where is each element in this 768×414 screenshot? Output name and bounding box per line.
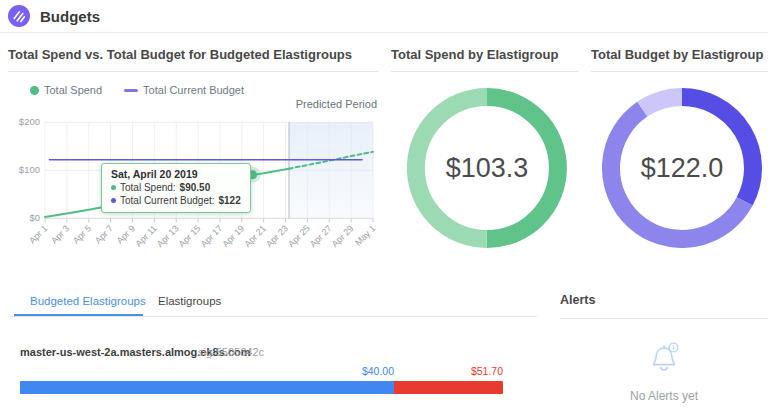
overspend-bar-segment <box>394 381 503 394</box>
svg-text:Apr 11: Apr 11 <box>133 223 158 248</box>
svg-text:Apr 15: Apr 15 <box>177 223 203 249</box>
svg-text:Apr 23: Apr 23 <box>264 223 290 249</box>
spend-amount-label: $51.70 <box>20 365 503 377</box>
budget-donut-title: Total Budget by Elastigroup <box>591 47 763 62</box>
svg-text:Apr 13: Apr 13 <box>155 223 181 249</box>
svg-text:Apr 21: Apr 21 <box>242 223 268 249</box>
divider <box>391 71 578 72</box>
app-header: Budgets <box>0 0 768 33</box>
tooltip-value: $122 <box>219 194 241 207</box>
tooltip-row-total-spend: Total Spend: $90.50 <box>111 181 241 194</box>
divider <box>10 316 537 317</box>
svg-text:$0: $0 <box>29 212 40 223</box>
no-alerts-text: No Alerts yet <box>560 389 768 403</box>
line-chart-title: Total Spend vs. Total Budget for Budgete… <box>8 47 352 62</box>
bell-icon <box>648 336 682 380</box>
spotinst-logo-icon <box>8 5 30 27</box>
chart-tooltip: Sat, April 20 2019 Total Spend: $90.50 T… <box>101 163 251 213</box>
divider <box>560 318 768 319</box>
budget-bar-segment <box>20 381 394 394</box>
tooltip-value: $90.50 <box>180 181 211 194</box>
budget-vs-spend-bar <box>20 381 503 394</box>
svg-text:May 1: May 1 <box>353 223 377 247</box>
svg-text:Apr 7: Apr 7 <box>93 223 115 245</box>
svg-text:Apr 29: Apr 29 <box>330 223 356 249</box>
total-budget-value: $122.0 <box>602 153 762 184</box>
svg-text:Apr 5: Apr 5 <box>71 223 93 245</box>
tooltip-label: Total Spend: <box>120 181 176 194</box>
svg-text:Apr 3: Apr 3 <box>49 223 71 245</box>
budgets-dashboard: Budgets Total Spend vs. Total Budget for… <box>0 0 768 414</box>
spend-bullet-icon <box>111 185 116 190</box>
svg-text:Apr 27: Apr 27 <box>308 223 334 249</box>
svg-text:Apr 19: Apr 19 <box>220 223 246 249</box>
tab-budgeted-elastigroups[interactable]: Budgeted Elastigroups <box>30 295 146 307</box>
divider <box>591 71 768 72</box>
spend-donut-title: Total Spend by Elastigroup <box>391 47 558 62</box>
tooltip-label: Total Current Budget: <box>120 194 215 207</box>
tooltip-date: Sat, April 20 2019 <box>111 168 241 180</box>
svg-text:$200: $200 <box>19 116 40 127</box>
tooltip-row-total-current-budget: Total Current Budget: $122 <box>111 194 241 207</box>
svg-text:Apr 1: Apr 1 <box>27 223 49 245</box>
page-title: Budgets <box>40 8 100 25</box>
budget-bullet-icon <box>111 198 116 203</box>
tab-elastigroups[interactable]: Elastigroups <box>158 295 221 307</box>
svg-text:$100: $100 <box>19 164 40 175</box>
svg-text:Apr 17: Apr 17 <box>199 223 225 249</box>
svg-text:Apr 25: Apr 25 <box>286 223 312 249</box>
alerts-title: Alerts <box>560 293 595 307</box>
total-spend-value: $103.3 <box>407 153 567 184</box>
elastigroup-sig-id: sig-5505342c <box>198 346 264 358</box>
divider <box>8 71 378 72</box>
